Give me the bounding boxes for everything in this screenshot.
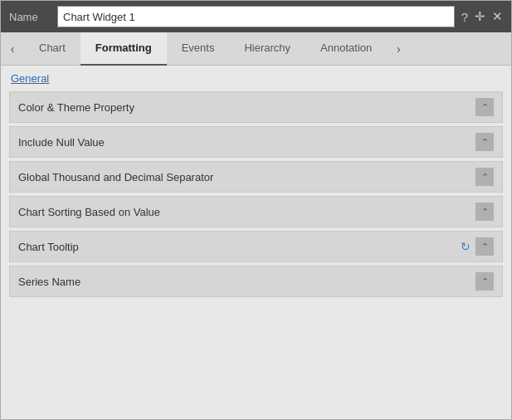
tab-formatting[interactable]: Formatting (80, 32, 167, 66)
prop-collapse-include-null[interactable]: ⌃ (475, 133, 494, 151)
prop-collapse-chart-tooltip[interactable]: ⌃ (475, 237, 494, 256)
header-icons: ? ✛ ✕ (461, 9, 503, 24)
tab-chart[interactable]: Chart (24, 32, 80, 66)
prop-row-thousand-decimal: Global Thousand and Decimal Separator ⌃ (9, 161, 503, 193)
properties-list: Color & Theme Property ⌃ Include Null Va… (1, 88, 511, 297)
tab-hierarchy[interactable]: Hierarchy (229, 32, 305, 66)
close-icon[interactable]: ✕ (492, 9, 503, 24)
general-section-label: General (1, 66, 511, 88)
tab-prev-button[interactable]: ‹ (1, 32, 24, 66)
refresh-icon[interactable]: ↻ (461, 240, 471, 253)
prop-actions-chart-sorting: ⌃ (475, 203, 494, 221)
prop-actions-chart-tooltip: ↻ ⌃ (461, 237, 494, 256)
prop-label-chart-sorting: Chart Sorting Based on Value (18, 206, 160, 218)
prop-row-chart-tooltip: Chart Tooltip ↻ ⌃ (9, 231, 503, 262)
prop-collapse-series-name[interactable]: ⌃ (475, 272, 494, 291)
prop-actions-series-name: ⌃ (475, 272, 494, 291)
prop-label-chart-tooltip: Chart Tooltip (18, 241, 79, 253)
prop-label-include-null: Include Null Value (18, 136, 105, 149)
prop-label-series-name: Series Name (18, 276, 80, 288)
tab-annotation[interactable]: Annotation (305, 32, 387, 66)
prop-actions-include-null: ⌃ (475, 133, 494, 151)
prop-actions-thousand-decimal: ⌃ (475, 168, 494, 186)
prop-label-color-theme: Color & Theme Property (18, 101, 134, 114)
widget-name-input[interactable] (57, 6, 455, 27)
tabs-bar: ‹ Chart Formatting Events Hierarchy Anno… (1, 32, 511, 66)
header-bar: Name ? ✛ ✕ (1, 1, 511, 32)
prop-row-chart-sorting: Chart Sorting Based on Value ⌃ (9, 196, 503, 227)
tab-next-button[interactable]: › (387, 32, 410, 66)
prop-actions-color-theme: ⌃ (475, 98, 494, 116)
prop-row-include-null: Include Null Value ⌃ (9, 126, 503, 158)
move-icon[interactable]: ✛ (475, 9, 485, 24)
prop-row-series-name: Series Name ⌃ (9, 266, 503, 297)
help-icon[interactable]: ? (461, 10, 468, 24)
prop-collapse-thousand-decimal[interactable]: ⌃ (475, 168, 494, 186)
tab-events[interactable]: Events (167, 32, 230, 66)
prop-row-color-theme: Color & Theme Property ⌃ (9, 91, 503, 123)
prop-collapse-color-theme[interactable]: ⌃ (475, 98, 494, 116)
name-label: Name (9, 11, 51, 23)
prop-collapse-chart-sorting[interactable]: ⌃ (475, 203, 494, 221)
prop-label-thousand-decimal: Global Thousand and Decimal Separator (18, 171, 213, 183)
